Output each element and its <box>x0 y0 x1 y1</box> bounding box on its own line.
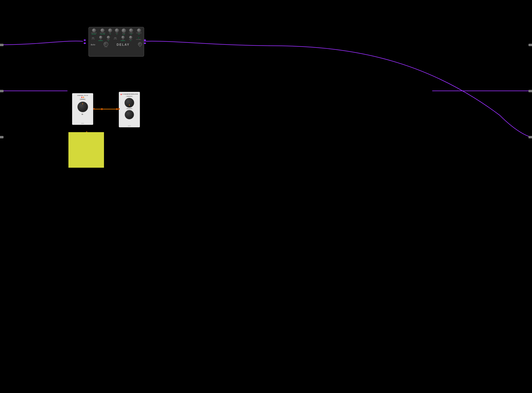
cur-tempo-group: 120 CUR TEMPO <box>136 37 141 40</box>
pedal-port-left-2[interactable] <box>84 42 86 44</box>
cur-tempo-label: CUR TEMPO <box>136 39 141 40</box>
low-q-label: LOW Q <box>107 39 110 40</box>
high-q-label: HIGH Q <box>129 39 132 40</box>
div-r-knob-group: DIV R 1/4 <box>115 28 119 34</box>
pedal-port-right-2[interactable] <box>144 42 146 44</box>
control-cv-mod-logo: MOD <box>81 122 84 124</box>
feedback-value: 10.00 <box>130 34 132 34</box>
crossfeed-value: 10.00 <box>138 34 140 34</box>
bypass-label: BYPASS <box>104 46 107 47</box>
lcf-on-toggle[interactable] <box>92 37 94 38</box>
crossfeed-label: CROSSFEED <box>136 32 142 33</box>
low-q-knob[interactable] <box>107 36 110 39</box>
crossfeed-knob-group: CROSSFEED 10.00 <box>136 28 142 34</box>
blend-knob[interactable] <box>122 28 126 33</box>
cv-param-title: CV PARAMETER MODULATION <box>122 93 138 95</box>
hcf-label: HCF <box>122 39 124 40</box>
user-tempo-value: C2(31.5 BPM) <box>100 34 105 34</box>
right-port-bottom[interactable] <box>528 136 532 138</box>
lcf-knob-group: LCF MODWHEEL <box>98 36 103 41</box>
hcf-on-label: HCF ON <box>114 39 117 39</box>
feedback-label: FEEDBACK <box>129 32 133 33</box>
blend-value: 50.0% <box>123 34 125 35</box>
lcf-value: MODWHEEL <box>98 40 103 41</box>
right-port-middle[interactable] <box>528 90 532 92</box>
tap-button[interactable] <box>138 42 142 46</box>
control-label: CONTROL <box>80 98 86 100</box>
tempo-mode-knob[interactable] <box>92 28 96 32</box>
right-port-top[interactable] <box>528 44 532 46</box>
svg-point-0 <box>101 108 103 110</box>
cv-param-led <box>121 94 122 95</box>
feedback-knob-group: FEEDBACK 10.00 <box>129 28 133 34</box>
low-q-knob-group: LOW Q 1/4 <box>107 36 110 41</box>
high-q-knob-group: HIGH Q 1/4 <box>129 36 132 41</box>
lcf-on-label: LCF ON <box>91 39 94 39</box>
hcf-value: MODWHEEL <box>121 40 125 41</box>
low-q-value: 1/4 <box>108 40 109 41</box>
cv-param-in-port[interactable] <box>118 108 120 110</box>
parameter-label: PARAMETER <box>126 96 133 97</box>
tempo-mode-knob-group: TEMPO MODE MODWHEEL <box>91 28 97 34</box>
bollie-logo: Bollie <box>91 44 95 46</box>
lcf-on-group: LCF ON <box>91 37 94 39</box>
hcf-on-toggle[interactable] <box>114 37 116 38</box>
pedal-port-left-1[interactable] <box>84 39 86 41</box>
pedal-top-knobs: TEMPO MODE MODWHEEL USER TEMPO C2(31.5 B… <box>90 28 143 35</box>
user-tempo-knob-group: USER TEMPO C2(31.5 BPM) <box>100 28 105 34</box>
control-cv-title: CONTROL TO CV <box>77 95 88 96</box>
sticky-note[interactable] <box>68 132 104 168</box>
pedal-bottom-row: Bollie BYPASS DELAY TAP <box>90 42 143 47</box>
hcf-knob[interactable] <box>121 36 124 39</box>
left-port-middle[interactable] <box>0 90 4 92</box>
led-red <box>81 97 82 98</box>
cv-param-in-port-area <box>118 108 120 110</box>
div-r-value: 1/4 <box>116 34 117 34</box>
div-r-label: DIV R <box>116 32 118 33</box>
cv-param-module: CV PARAMETER MODULATION PARAMETER MOD-DE… <box>119 92 140 127</box>
left-port-top[interactable] <box>0 44 4 46</box>
cur-tempo-display: 120 <box>137 37 140 39</box>
delay-pedal: TEMPO MODE MODWHEEL USER TEMPO C2(31.5 B… <box>88 27 144 57</box>
high-q-value: 1/4 <box>130 40 131 41</box>
module-ports-middle <box>93 108 95 110</box>
cv-out-port[interactable] <box>93 108 95 110</box>
hcf-knob-group: HCF MODWHEEL <box>121 36 125 41</box>
bypass-button[interactable] <box>104 42 108 46</box>
crossfeed-knob[interactable] <box>137 28 141 32</box>
hcf-on-group: HCF ON <box>114 37 117 39</box>
div-l-label: DIV L <box>109 32 111 33</box>
pedal-port-right-1[interactable] <box>144 39 146 41</box>
tempo-mode-label: TEMPO MODE <box>91 32 97 33</box>
cv-depth-knob[interactable] <box>125 110 134 119</box>
mod-depth-label: MOD-DEPTH <box>126 108 132 109</box>
cv-param-knob[interactable] <box>124 98 134 108</box>
div-l-knob-group: DIV L 1/4 <box>108 28 112 34</box>
lcf-knob[interactable] <box>99 36 102 39</box>
cv-output-port[interactable] <box>82 114 83 115</box>
lcf-label: LCF <box>100 39 101 40</box>
div-l-value: 1/4 <box>109 34 111 34</box>
cv-param-mod-logo: MOD <box>128 124 131 126</box>
delay-title: DELAY <box>117 43 130 46</box>
control-cv-module: CONTROL TO CV CONTROL 0 MOD <box>72 93 93 125</box>
svg-point-1 <box>116 108 118 110</box>
cv-output-label: 0 <box>83 114 84 115</box>
feedback-knob[interactable] <box>129 28 133 32</box>
blend-knob-group: BLEND 50.0% <box>122 28 126 35</box>
pedal-middle-knobs: LCF ON LCF MODWHEEL LOW Q 1/4 HCF ON HCF… <box>90 36 143 41</box>
tempo-mode-value: MODWHEEL <box>92 34 96 34</box>
control-cv-knob[interactable] <box>77 102 88 112</box>
tap-label: TAP <box>139 46 140 47</box>
user-tempo-label: USER TEMPO <box>100 32 105 33</box>
control-cv-leds <box>81 97 84 98</box>
led-orange <box>83 97 84 98</box>
user-tempo-knob[interactable] <box>100 28 104 32</box>
left-port-bottom[interactable] <box>0 136 4 138</box>
blend-label: BLEND <box>122 33 125 34</box>
div-l-knob[interactable] <box>108 28 112 32</box>
high-q-knob[interactable] <box>129 36 132 39</box>
div-r-knob[interactable] <box>115 28 119 32</box>
